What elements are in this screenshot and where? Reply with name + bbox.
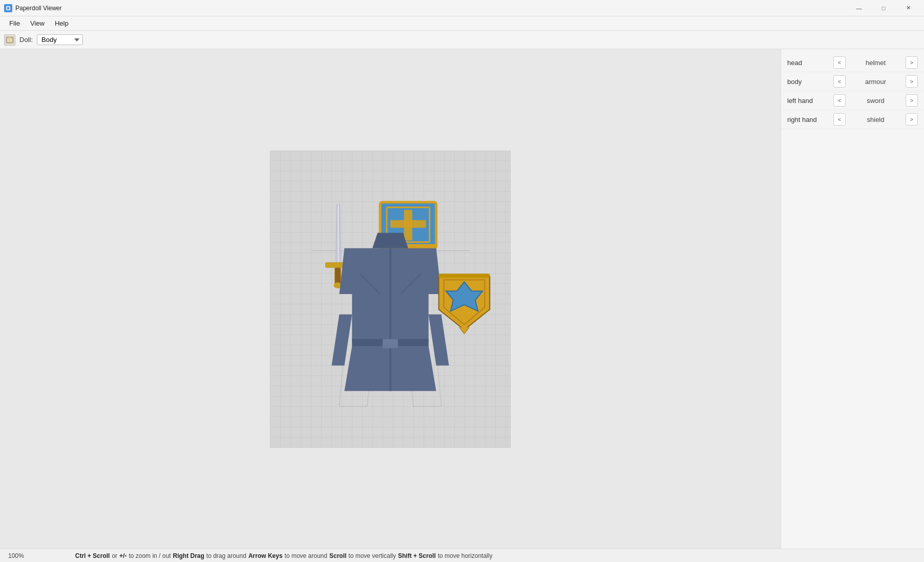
right-panel: head < helmet > body < armour > left han… xyxy=(781,49,924,549)
body-value: armour xyxy=(846,78,906,86)
maximize-button[interactable]: □ xyxy=(872,0,895,16)
menu-view[interactable]: View xyxy=(25,17,50,29)
app-title: Paperdoll Viewer xyxy=(15,5,62,12)
equipment-row-righthand: right hand < shield > xyxy=(781,110,924,129)
hint2-key: Right Drag xyxy=(173,552,204,559)
svg-rect-4 xyxy=(7,38,12,42)
hint1-key2: +/- xyxy=(119,552,127,559)
title-bar-left: Paperdoll Viewer xyxy=(4,4,62,12)
close-button[interactable]: ✕ xyxy=(896,0,920,16)
status-spacer1 xyxy=(29,552,70,559)
equip-label-body: body xyxy=(787,78,833,86)
svg-marker-29 xyxy=(372,233,408,248)
hint1-key: Ctrl + Scroll xyxy=(75,552,110,559)
body-prev-button[interactable]: < xyxy=(833,75,846,88)
svg-rect-32 xyxy=(383,339,398,348)
hint5-key: Shift + Scroll xyxy=(398,552,436,559)
svg-rect-2 xyxy=(7,7,9,9)
minimize-button[interactable]: — xyxy=(847,0,871,16)
body-next-button[interactable]: > xyxy=(906,75,918,88)
head-value: helmet xyxy=(846,59,906,67)
equipment-row-head: head < helmet > xyxy=(781,53,924,72)
hint4-text: to move vertically xyxy=(348,552,396,559)
doll-label: Doll: xyxy=(19,36,33,44)
svg-rect-13 xyxy=(390,220,426,227)
righthand-prev-button[interactable]: < xyxy=(833,113,846,126)
doll-select[interactable]: Body Head Legs Arms xyxy=(37,34,83,45)
lefthand-prev-button[interactable]: < xyxy=(833,94,846,107)
svg-marker-28 xyxy=(429,314,449,365)
doll-icon xyxy=(4,34,15,46)
zoom-level: 100% xyxy=(8,552,24,559)
hint3-key: Arrow Keys xyxy=(248,552,283,559)
equip-label-head: head xyxy=(787,59,833,67)
svg-marker-27 xyxy=(331,314,352,365)
paperdoll-canvas xyxy=(270,151,511,448)
hint1-text: to zoom in / out xyxy=(129,552,171,559)
app-icon xyxy=(4,4,12,12)
main-area: head < helmet > body < armour > left han… xyxy=(0,49,924,549)
hint1-sep: or xyxy=(112,552,117,559)
righthand-next-button[interactable]: > xyxy=(906,113,918,126)
svg-point-5 xyxy=(9,37,11,39)
head-prev-button[interactable]: < xyxy=(833,56,846,69)
righthand-value: shield xyxy=(846,116,906,123)
lefthand-value: sword xyxy=(846,97,906,105)
svg-rect-34 xyxy=(439,274,490,278)
equip-label-righthand: right hand xyxy=(787,116,833,123)
menu-file[interactable]: File xyxy=(4,17,25,29)
toolbar: Doll: Body Head Legs Arms xyxy=(0,31,924,49)
menu-help[interactable]: Help xyxy=(50,17,74,29)
hint2-text: to drag around xyxy=(206,552,246,559)
canvas-area[interactable] xyxy=(0,49,781,549)
head-next-button[interactable]: > xyxy=(906,56,918,69)
equip-label-lefthand: left hand xyxy=(787,97,833,105)
hint5-text: to move horizontally xyxy=(438,552,493,559)
window-controls: — □ ✕ xyxy=(847,0,920,16)
menu-bar: File View Help xyxy=(0,16,924,31)
lefthand-next-button[interactable]: > xyxy=(906,94,918,107)
equipment-row-lefthand: left hand < sword > xyxy=(781,91,924,110)
title-bar: Paperdoll Viewer — □ ✕ xyxy=(0,0,924,16)
hint3-text: to move around xyxy=(285,552,327,559)
equipment-row-body: body < armour > xyxy=(781,72,924,91)
hint4-key: Scroll xyxy=(329,552,346,559)
status-bar: 100% Ctrl + Scroll or +/- to zoom in / o… xyxy=(0,549,924,562)
